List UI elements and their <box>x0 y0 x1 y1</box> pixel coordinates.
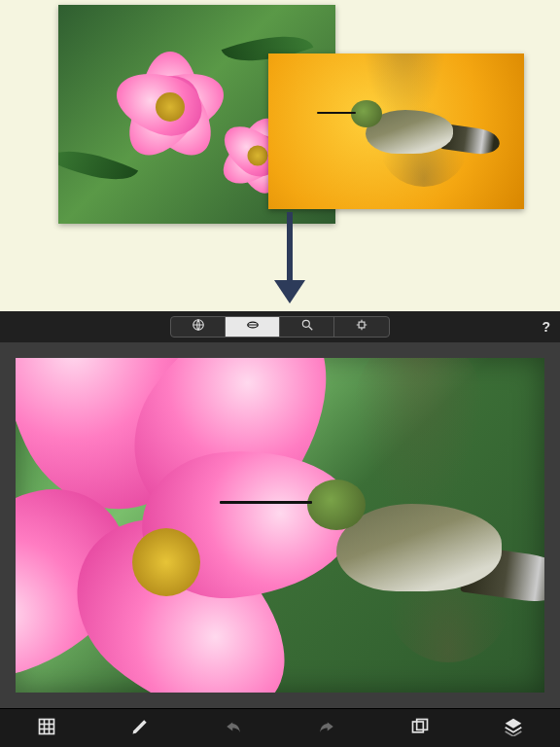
pan-mode-button[interactable] <box>171 317 226 337</box>
grid-icon <box>37 717 56 740</box>
composite-canvas[interactable] <box>16 358 544 693</box>
undo-icon <box>223 718 244 739</box>
search-icon <box>300 318 314 336</box>
help-label: ? <box>542 319 550 335</box>
canvas-viewport[interactable] <box>0 342 560 708</box>
redo-button[interactable] <box>298 709 356 748</box>
layers-button[interactable] <box>484 709 542 748</box>
brush-icon <box>130 717 150 740</box>
view-mode-segmented <box>170 316 390 338</box>
svg-rect-11 <box>413 722 424 732</box>
layers-icon <box>504 717 523 740</box>
combine-arrow-icon <box>274 212 305 303</box>
view-toolbar: ? <box>0 311 560 342</box>
scroll-mode-button[interactable] <box>226 317 280 337</box>
zoom-mode-button[interactable] <box>280 317 334 337</box>
main-toolbar <box>0 708 560 747</box>
svg-rect-5 <box>359 322 365 328</box>
grid-button[interactable] <box>18 709 76 748</box>
svg-point-3 <box>302 320 309 327</box>
editor-panel: ? <box>0 311 560 747</box>
svg-rect-12 <box>417 719 428 729</box>
fit-mode-button[interactable] <box>334 317 389 337</box>
compare-icon <box>410 717 430 740</box>
help-button[interactable]: ? <box>542 311 550 342</box>
scroll-icon <box>246 318 260 336</box>
undo-button[interactable] <box>204 709 262 748</box>
svg-rect-6 <box>40 719 54 733</box>
expand-icon <box>355 318 368 336</box>
globe-icon <box>192 318 205 336</box>
svg-line-4 <box>308 327 312 331</box>
redo-icon <box>316 718 337 739</box>
compare-button[interactable] <box>391 709 449 748</box>
source-photo-b <box>268 53 524 209</box>
brush-button[interactable] <box>111 709 169 748</box>
overview-illustration <box>0 0 560 311</box>
